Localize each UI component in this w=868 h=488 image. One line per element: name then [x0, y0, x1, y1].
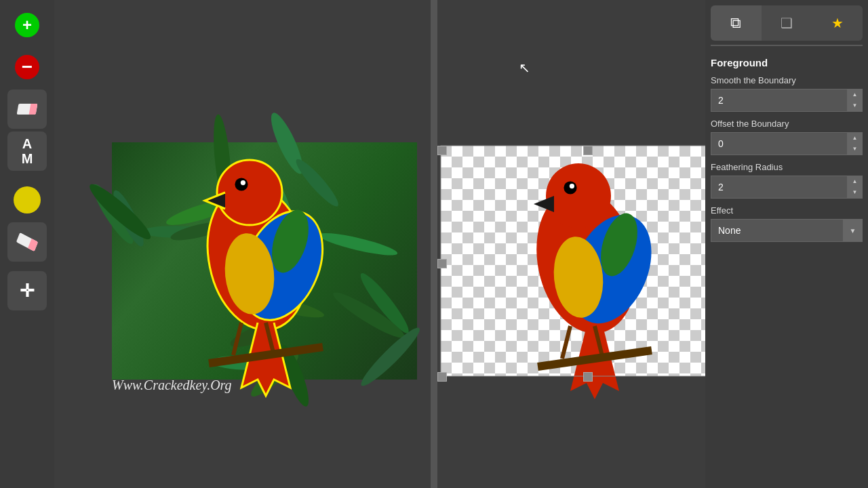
add-circle-icon: +: [15, 13, 39, 37]
smooth-boundary-down[interactable]: ▼: [848, 100, 862, 111]
star-tab-button[interactable]: ★: [812, 5, 863, 41]
foreground-label: Foreground: [711, 57, 863, 68]
add-tool-button[interactable]: +: [7, 5, 47, 45]
handle-tm[interactable]: [583, 146, 593, 155]
eraser-tool-button[interactable]: [7, 89, 47, 129]
feathering-radius-label: Feathering Radius: [711, 162, 863, 172]
offset-boundary-down[interactable]: ▼: [848, 144, 862, 155]
remove-tool-button[interactable]: −: [7, 47, 47, 87]
handle-ml[interactable]: [437, 259, 447, 268]
handle-bl[interactable]: [437, 372, 447, 382]
handle-tl[interactable]: [437, 146, 447, 155]
smooth-boundary-up[interactable]: ▲: [848, 89, 862, 100]
feathering-radius-down[interactable]: ▼: [848, 187, 862, 198]
feathering-radius-control: ▲ ▼: [711, 176, 863, 199]
effect-control: None Blur Shadow Glow ▼: [711, 219, 863, 242]
text-tool-button[interactable]: A M: [7, 131, 47, 171]
processed-image-panel: [437, 0, 705, 488]
offset-boundary-input[interactable]: [711, 132, 848, 155]
feathering-radius-arrows: ▲ ▼: [848, 176, 863, 199]
text-m-icon: M: [22, 151, 33, 166]
erase-brush-icon: [16, 232, 38, 251]
left-image-panel: Www.Crackedkey.Org: [54, 0, 431, 488]
eraser-icon: [17, 104, 38, 115]
right-sidebar: ⧉ ❑ ★ Foreground Smooth the Boundary ▲ ▼…: [705, 0, 868, 488]
offset-boundary-up[interactable]: ▲: [848, 133, 862, 144]
sidebar-tab-bar: ⧉ ❑ ★: [711, 5, 863, 46]
smooth-boundary-input[interactable]: [711, 89, 848, 112]
text-a-icon: A: [22, 136, 32, 151]
minus-icon: −: [22, 58, 33, 77]
smooth-boundary-label: Smooth the Boundary: [711, 75, 863, 85]
remove-circle-icon: −: [15, 55, 39, 79]
erase-brush-button[interactable]: [7, 222, 47, 262]
effect-select[interactable]: None Blur Shadow Glow: [711, 219, 844, 242]
smooth-boundary-control: ▲ ▼: [711, 89, 863, 112]
main-area: Www.Crackedkey.Org ↖: [54, 0, 705, 488]
color-tool-button[interactable]: [7, 180, 47, 220]
layers-tab-button[interactable]: ⧉: [711, 5, 762, 41]
copy-icon: ❑: [781, 15, 793, 31]
color-circle-icon: [14, 186, 41, 214]
effect-label: Effect: [711, 205, 863, 216]
smooth-boundary-arrows: ▲ ▼: [848, 89, 863, 112]
left-toolbar: + − A M ✛: [0, 0, 54, 488]
panel-divider: [431, 0, 437, 488]
feathering-radius-input[interactable]: [711, 176, 848, 199]
copy-tab-button[interactable]: ❑: [762, 5, 812, 41]
processed-canvas[interactable]: [437, 0, 705, 488]
original-canvas[interactable]: [54, 0, 431, 488]
foreground-section: Foreground Smooth the Boundary ▲ ▼ Offse…: [711, 54, 863, 246]
handle-bm[interactable]: [583, 372, 593, 382]
offset-boundary-control: ▲ ▼: [711, 132, 863, 155]
layers-icon: ⧉: [730, 14, 741, 32]
offset-boundary-arrows: ▲ ▼: [848, 132, 863, 155]
watermark-text: Www.Crackedkey.Org: [112, 378, 232, 393]
plus-icon: +: [22, 17, 32, 33]
move-tool-button[interactable]: ✛: [7, 271, 47, 310]
feathering-radius-up[interactable]: ▲: [848, 176, 862, 187]
offset-boundary-label: Offset the Boundary: [711, 119, 863, 129]
star-icon: ★: [831, 15, 844, 31]
move-icon: ✛: [20, 281, 35, 302]
effect-dropdown-arrow[interactable]: ▼: [844, 219, 863, 242]
